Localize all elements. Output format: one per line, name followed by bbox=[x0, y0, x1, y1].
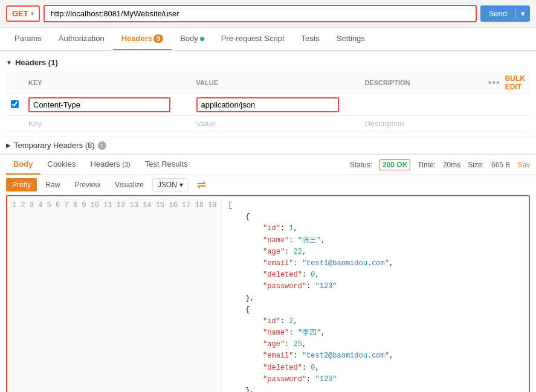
method-selector[interactable]: GET ▾ bbox=[6, 5, 40, 22]
fmt-tab-raw[interactable]: Raw bbox=[39, 178, 66, 191]
row-checkbox[interactable] bbox=[11, 100, 19, 108]
wrap-icon[interactable]: ⇌ bbox=[197, 178, 206, 191]
tab-tests[interactable]: Tests bbox=[293, 28, 328, 50]
th-actions: ••• Bulk Edit bbox=[483, 72, 530, 94]
key-cell bbox=[24, 94, 192, 116]
response-status-area: Status: 200 OK Time: 20ms Size: 665 B Sa… bbox=[350, 159, 530, 170]
size-value: 665 B bbox=[491, 161, 510, 169]
more-options-icon[interactable]: ••• bbox=[488, 77, 500, 88]
response-tabs-bar: Body Cookies Headers (3) Test Results St… bbox=[0, 155, 536, 175]
line-numbers: 1 2 3 4 5 6 7 8 9 10 11 12 13 14 15 16 1… bbox=[7, 196, 222, 392]
resp-tab-headers[interactable]: Headers (3) bbox=[83, 155, 137, 175]
send-dropdown-icon[interactable]: ▾ bbox=[515, 9, 530, 18]
headers-section-label: Headers (1) bbox=[15, 58, 58, 67]
temp-headers-collapse-icon[interactable]: ▶ bbox=[6, 142, 11, 149]
code-content: [ { "id": 1, "name": "张三", "age": 22, "e… bbox=[222, 196, 529, 392]
json-format-label: JSON bbox=[158, 181, 177, 189]
temp-headers-info-icon[interactable]: i bbox=[98, 141, 106, 150]
row-actions bbox=[483, 94, 530, 116]
response-area: Body Cookies Headers (3) Test Results St… bbox=[0, 154, 536, 392]
resp-tab-body[interactable]: Body bbox=[6, 155, 40, 175]
bulk-edit-link[interactable]: Bulk Edit bbox=[505, 74, 525, 91]
value-cell bbox=[192, 94, 360, 116]
status-value: 200 OK bbox=[379, 159, 410, 170]
time-label: Time: bbox=[418, 161, 436, 169]
code-area: 1 2 3 4 5 6 7 8 9 10 11 12 13 14 15 16 1… bbox=[6, 195, 530, 392]
resp-tab-headers-label: Headers bbox=[90, 159, 120, 169]
method-arrow-icon: ▾ bbox=[31, 10, 34, 17]
th-checkbox bbox=[6, 72, 24, 94]
tab-prerequest[interactable]: Pre-request Script bbox=[213, 28, 293, 50]
format-tabs-bar: Pretty Raw Preview Visualize JSON ▾ ⇌ bbox=[0, 175, 536, 195]
resp-tab-cookies[interactable]: Cookies bbox=[40, 155, 83, 175]
th-description: DESCRIPTION bbox=[360, 72, 483, 94]
method-label: GET bbox=[12, 9, 28, 18]
desc-placeholder[interactable]: Description bbox=[360, 116, 483, 132]
fmt-tab-preview[interactable]: Preview bbox=[68, 178, 106, 191]
time-value: 20ms bbox=[443, 161, 460, 169]
tab-body[interactable]: Body bbox=[172, 28, 213, 50]
resp-tab-test-results[interactable]: Test Results bbox=[138, 155, 195, 175]
send-button[interactable]: Send ▾ bbox=[480, 5, 530, 22]
size-label: Size: bbox=[468, 161, 484, 169]
fmt-tab-visualize[interactable]: Visualize bbox=[109, 178, 150, 191]
temp-headers-label: Temporary Headers (8) bbox=[14, 141, 95, 150]
tab-authorization[interactable]: Authorization bbox=[50, 28, 113, 50]
table-row bbox=[6, 94, 530, 116]
send-label: Send bbox=[480, 9, 515, 18]
request-tabs-bar: Params Authorization Headers9 Body Pre-r… bbox=[0, 28, 536, 51]
tab-headers[interactable]: Headers9 bbox=[113, 28, 172, 50]
key-placeholder[interactable]: Key bbox=[24, 116, 192, 132]
value-placeholder[interactable]: Value bbox=[192, 116, 360, 132]
temporary-headers-section: ▶ Temporary Headers (8) i bbox=[0, 137, 536, 154]
headers-panel: ▼ Headers (1) KEY VALUE DESCRIPTION ••• … bbox=[0, 51, 536, 137]
value-input[interactable] bbox=[196, 97, 340, 112]
th-key: KEY bbox=[24, 72, 192, 94]
headers-collapse-icon: ▼ bbox=[6, 59, 12, 66]
tab-body-label: Body bbox=[180, 34, 198, 43]
tab-settings[interactable]: Settings bbox=[328, 28, 373, 50]
save-link[interactable]: Sav bbox=[517, 161, 530, 169]
tab-params[interactable]: Params bbox=[6, 28, 50, 50]
desc-cell bbox=[360, 94, 483, 116]
status-label: Status: bbox=[350, 161, 372, 169]
headers-badge: 9 bbox=[153, 34, 163, 43]
url-input[interactable] bbox=[44, 5, 477, 22]
headers-table: KEY VALUE DESCRIPTION ••• Bulk Edit bbox=[6, 72, 530, 132]
json-format-arrow-icon: ▾ bbox=[179, 181, 183, 189]
headers-section-title[interactable]: ▼ Headers (1) bbox=[6, 56, 530, 69]
body-dot-icon bbox=[200, 37, 204, 41]
fmt-tab-pretty[interactable]: Pretty bbox=[6, 178, 37, 191]
table-row-placeholder: Key Value Description bbox=[6, 116, 530, 132]
url-bar: GET ▾ Send ▾ bbox=[0, 0, 536, 28]
json-format-selector[interactable]: JSON ▾ bbox=[152, 178, 189, 191]
key-input[interactable] bbox=[28, 97, 170, 112]
row-checkbox-cell[interactable] bbox=[6, 94, 24, 116]
th-value: VALUE bbox=[192, 72, 360, 94]
tab-headers-label: Headers bbox=[121, 34, 152, 43]
